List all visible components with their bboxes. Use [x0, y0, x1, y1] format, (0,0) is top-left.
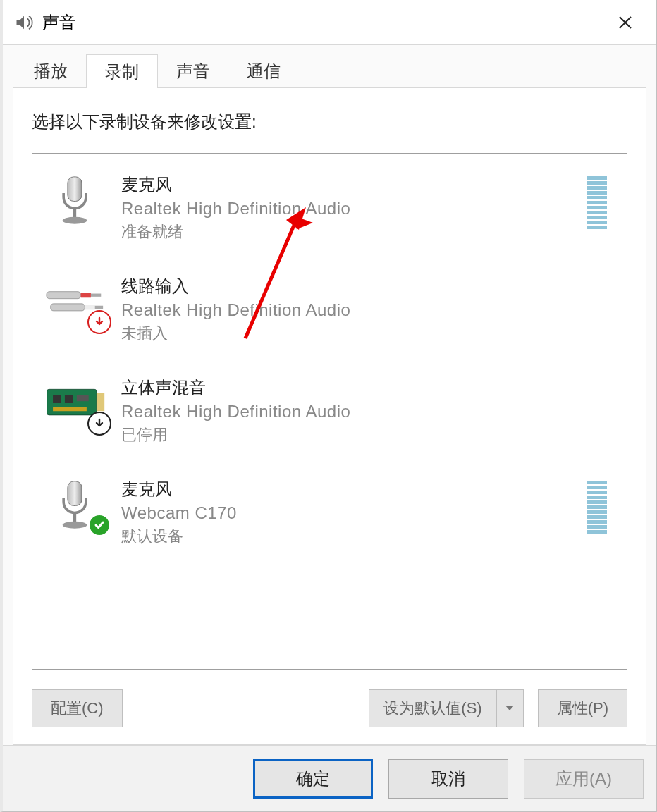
svg-rect-7	[85, 304, 94, 309]
device-name: 立体声混音	[121, 376, 610, 399]
microphone-icon	[42, 172, 107, 228]
disabled-badge-icon	[87, 412, 111, 436]
svg-rect-3	[47, 292, 81, 299]
device-status: 已停用	[121, 424, 610, 445]
svg-rect-15	[68, 481, 82, 506]
device-row[interactable]: 麦克风 Webcam C170 默认设备	[32, 467, 627, 568]
properties-label: 属性(P)	[557, 698, 608, 719]
cancel-label: 取消	[431, 768, 465, 790]
set-default-button[interactable]: 设为默认值(S)	[369, 689, 523, 727]
panel-button-row: 配置(C) 设为默认值(S) 属性(P)	[32, 689, 627, 727]
svg-point-17	[63, 522, 87, 529]
svg-rect-13	[53, 407, 87, 412]
ok-button[interactable]: 确定	[253, 759, 373, 799]
properties-button[interactable]: 属性(P)	[538, 689, 627, 727]
svg-point-2	[63, 217, 87, 224]
level-meter	[587, 481, 607, 534]
set-default-dropdown[interactable]	[496, 690, 523, 727]
svg-rect-8	[95, 306, 103, 309]
recording-panel: 选择以下录制设备来修改设置: 麦克风 Realt	[13, 87, 646, 745]
titlebar: 声音	[3, 0, 656, 45]
svg-rect-5	[91, 294, 101, 297]
device-name: 麦克风	[121, 478, 573, 500]
device-info: 立体声混音 Realtek High Definition Audio 已停用	[121, 375, 610, 445]
apply-button[interactable]: 应用(A)	[524, 759, 644, 799]
cancel-button[interactable]: 取消	[388, 759, 508, 799]
panel-instructions: 选择以下录制设备来修改设置:	[32, 111, 627, 133]
sound-dialog: 声音 播放 录制 声音 通信 选择以下录制设备来修改设置:	[0, 0, 657, 812]
dialog-button-bar: 确定 取消 应用(A)	[3, 745, 656, 811]
stereo-mix-icon	[42, 375, 107, 431]
configure-button[interactable]: 配置(C)	[32, 689, 123, 727]
svg-rect-4	[81, 293, 91, 297]
line-in-icon	[42, 273, 107, 330]
device-driver: Realtek High Definition Audio	[121, 300, 610, 320]
close-button[interactable]	[606, 8, 645, 37]
tab-playback[interactable]: 播放	[16, 54, 86, 88]
svg-rect-16	[73, 512, 76, 522]
unplugged-badge-icon	[87, 310, 111, 334]
svg-rect-6	[51, 304, 85, 311]
tab-sounds[interactable]: 声音	[158, 54, 228, 88]
device-driver: Realtek High Definition Audio	[121, 402, 610, 422]
device-info: 线路输入 Realtek High Definition Audio 未插入	[121, 273, 610, 344]
default-badge-icon	[87, 513, 111, 537]
svg-rect-11	[65, 395, 73, 403]
tabs: 播放 录制 声音 通信	[16, 54, 646, 87]
svg-rect-10	[53, 395, 61, 403]
apply-label: 应用(A)	[555, 768, 612, 790]
device-status: 默认设备	[121, 526, 573, 547]
device-status: 准备就绪	[121, 221, 573, 242]
device-info: 麦克风 Webcam C170 默认设备	[121, 476, 573, 547]
level-meter	[587, 176, 607, 229]
window-title: 声音	[42, 11, 606, 34]
device-status: 未插入	[121, 323, 610, 344]
configure-label: 配置(C)	[51, 698, 104, 719]
svg-rect-14	[97, 393, 104, 411]
device-list[interactable]: 麦克风 Realtek High Definition Audio 准备就绪	[32, 153, 627, 670]
ok-label: 确定	[296, 768, 330, 790]
tab-recording[interactable]: 录制	[86, 54, 158, 88]
device-row[interactable]: 线路输入 Realtek High Definition Audio 未插入	[32, 264, 627, 365]
set-default-label: 设为默认值(S)	[383, 698, 481, 719]
microphone-icon	[42, 476, 107, 533]
sound-icon	[14, 13, 34, 32]
device-driver: Realtek High Definition Audio	[121, 199, 573, 219]
content-area: 播放 录制 声音 通信 选择以下录制设备来修改设置:	[3, 45, 656, 745]
device-row[interactable]: 麦克风 Realtek High Definition Audio 准备就绪	[32, 162, 627, 264]
tab-communications[interactable]: 通信	[228, 54, 299, 88]
svg-rect-0	[68, 177, 82, 202]
chevron-down-icon	[505, 705, 515, 712]
device-driver: Webcam C170	[121, 503, 573, 523]
device-name: 线路输入	[121, 275, 610, 297]
device-info: 麦克风 Realtek High Definition Audio 准备就绪	[121, 172, 573, 242]
device-name: 麦克风	[121, 173, 573, 196]
device-row[interactable]: 立体声混音 Realtek High Definition Audio 已停用	[32, 365, 627, 467]
svg-rect-12	[77, 395, 89, 401]
svg-rect-1	[73, 207, 76, 217]
